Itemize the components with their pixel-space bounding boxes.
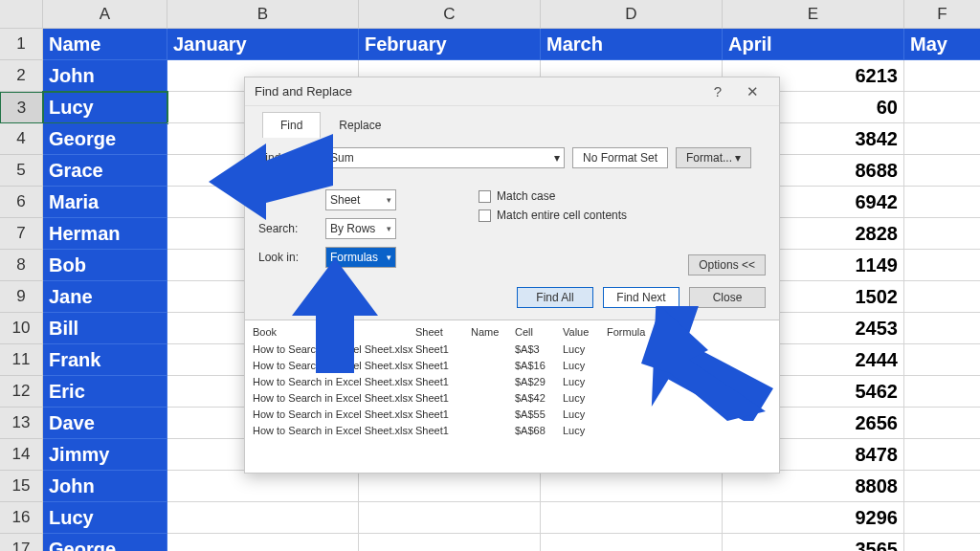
close-button[interactable]: Close [689, 287, 766, 308]
results-pane[interactable]: Book Sheet Name Cell Value Formula How t… [245, 320, 779, 473]
col-header-e[interactable]: E [723, 0, 904, 29]
row-header[interactable]: 11 [0, 344, 43, 376]
row-header-1[interactable]: 1 [0, 29, 43, 60]
chevron-down-icon[interactable]: ▾ [383, 224, 391, 233]
value-cell[interactable]: 9296 [723, 502, 904, 534]
find-all-button[interactable]: Find All [517, 287, 593, 308]
cell[interactable] [904, 123, 980, 155]
dialog-titlebar[interactable]: Find and Replace ? ✕ [245, 77, 779, 106]
col-header-f[interactable]: F [904, 0, 980, 29]
row-header[interactable]: 14 [0, 439, 43, 471]
name-cell[interactable]: George [43, 123, 167, 155]
chevron-down-icon[interactable]: ▾ [383, 195, 391, 205]
row-header[interactable]: 9 [0, 281, 43, 313]
cell[interactable] [904, 250, 980, 281]
cell[interactable] [904, 502, 980, 534]
results-col-formula[interactable]: Formula [607, 326, 771, 338]
cell[interactable] [541, 534, 723, 551]
row-header[interactable]: 13 [0, 408, 43, 439]
name-cell[interactable]: Dave [43, 408, 167, 439]
header-may[interactable]: May [904, 29, 980, 60]
row-header[interactable]: 15 [0, 471, 43, 502]
find-what-input[interactable]: Sum ▾ [325, 147, 565, 168]
value-cell[interactable]: 3565 [723, 534, 904, 551]
chevron-down-icon[interactable]: ▾ [735, 151, 741, 165]
name-cell[interactable]: Lucy [43, 92, 167, 123]
result-row[interactable]: How to Search in Excel Sheet.xlsxSheet1$… [253, 407, 771, 423]
find-next-button[interactable]: Find Next [603, 287, 679, 308]
value-cell[interactable]: 8808 [723, 471, 904, 502]
cell[interactable] [904, 408, 980, 439]
search-combo[interactable]: By Rows▾ [325, 218, 396, 239]
cell[interactable] [359, 534, 541, 551]
results-col-value[interactable]: Value [563, 326, 607, 338]
name-cell[interactable]: Lucy [43, 502, 167, 534]
row-header[interactable]: 4 [0, 123, 43, 155]
cell[interactable] [359, 471, 541, 502]
name-cell[interactable]: Bob [43, 250, 167, 281]
result-row[interactable]: How to Search in Excel Sheet.xlsxSheet1$… [253, 374, 771, 390]
help-icon[interactable]: ? [701, 83, 735, 99]
cell[interactable] [167, 534, 359, 551]
options-button[interactable]: Options << [688, 254, 766, 276]
results-col-book[interactable]: Book [253, 326, 415, 338]
row-header[interactable]: 5 [0, 155, 43, 187]
header-april[interactable]: April [723, 29, 904, 60]
row-header[interactable]: 7 [0, 218, 43, 250]
cell[interactable] [904, 534, 980, 551]
col-header-a[interactable]: A [43, 0, 167, 29]
cell[interactable] [359, 502, 541, 534]
name-cell[interactable]: John [43, 60, 167, 92]
row-header[interactable]: 12 [0, 376, 43, 408]
cell[interactable] [904, 218, 980, 250]
results-col-sheet[interactable]: Sheet [415, 326, 471, 338]
row-header[interactable]: 2 [0, 60, 43, 92]
match-entire-checkbox[interactable] [479, 209, 491, 222]
name-cell[interactable]: Eric [43, 376, 167, 408]
name-cell[interactable]: Grace [43, 155, 167, 187]
cell[interactable] [904, 313, 980, 344]
cell[interactable] [167, 471, 359, 502]
name-cell[interactable]: Maria [43, 187, 167, 218]
cell[interactable] [904, 344, 980, 376]
name-cell[interactable]: Bill [43, 313, 167, 344]
match-case-checkbox[interactable] [479, 190, 491, 203]
name-cell[interactable]: John [43, 471, 167, 502]
chevron-down-icon[interactable]: ▾ [554, 151, 560, 165]
lookin-combo[interactable]: Formulas▾ [325, 247, 396, 268]
col-header-c[interactable]: C [359, 0, 541, 29]
cell[interactable] [904, 376, 980, 408]
header-march[interactable]: March [541, 29, 723, 60]
row-header[interactable]: 10 [0, 313, 43, 344]
cell[interactable] [904, 471, 980, 502]
name-cell[interactable]: Jimmy [43, 439, 167, 471]
row-header[interactable]: 3 [0, 92, 43, 123]
cell[interactable] [541, 502, 723, 534]
cell[interactable] [904, 60, 980, 92]
cell[interactable] [904, 155, 980, 187]
select-all-corner[interactable] [0, 0, 43, 29]
result-row[interactable]: How to Search in Excel Sheet.xlsxSheet1$… [253, 390, 771, 407]
close-icon[interactable]: ✕ [735, 83, 769, 100]
chevron-down-icon[interactable]: ▾ [383, 253, 391, 262]
cell[interactable] [904, 187, 980, 218]
name-cell[interactable]: George [43, 534, 167, 551]
no-format-set-button[interactable]: No Format Set [572, 147, 668, 168]
row-header[interactable]: 16 [0, 502, 43, 534]
results-col-cell[interactable]: Cell [515, 326, 563, 338]
row-header[interactable]: 8 [0, 250, 43, 281]
result-row[interactable]: How to Search in Excel Sheet.xlsxSheet1$… [253, 423, 771, 439]
row-header[interactable]: 17 [0, 534, 43, 551]
result-row[interactable]: How to Search in Excel Sheet.xlsxSheet1$… [253, 358, 771, 374]
cell[interactable] [904, 92, 980, 123]
format-button[interactable]: Format... ▾ [676, 147, 751, 168]
result-row[interactable]: How to Search in Excel Sheet.xlsxSheet1$… [253, 342, 771, 358]
row-header[interactable]: 6 [0, 187, 43, 218]
name-cell[interactable]: Jane [43, 281, 167, 313]
cell[interactable] [167, 502, 359, 534]
col-header-b[interactable]: B [167, 0, 359, 29]
results-col-name[interactable]: Name [471, 326, 515, 338]
name-cell[interactable]: Frank [43, 344, 167, 376]
header-name[interactable]: Name [43, 29, 167, 60]
tab-replace[interactable]: Replace [321, 112, 399, 138]
